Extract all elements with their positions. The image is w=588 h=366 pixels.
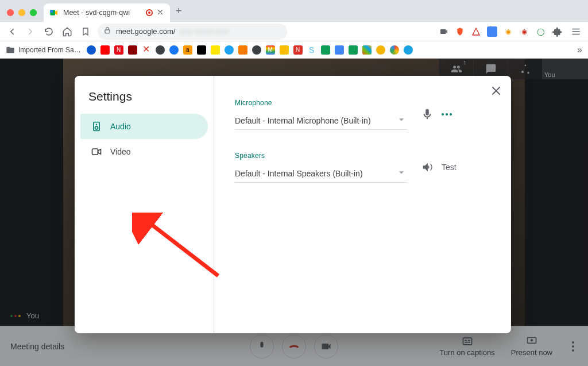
browser-menu-button[interactable] — [570, 25, 582, 38]
red-circle-ext-icon[interactable]: ◉ — [519, 26, 529, 37]
triangle-ext-icon[interactable] — [471, 26, 481, 37]
bookmark-icon[interactable]: M — [266, 45, 275, 55]
bookmark-icon[interactable]: N — [293, 45, 303, 55]
settings-nav-audio[interactable]: Audio — [80, 114, 208, 139]
bookmarks-folder[interactable]: Imported From Sa… — [6, 45, 81, 55]
bookmark-icon[interactable] — [404, 45, 413, 55]
svg-rect-1 — [50, 10, 53, 13]
svg-rect-8 — [92, 149, 98, 155]
bookmark-icon[interactable] — [252, 45, 261, 55]
settings-dialog: Settings Audio Video Microphone Default … — [75, 76, 511, 333]
bookmark-icon[interactable] — [238, 45, 247, 55]
bookmark-icon[interactable] — [87, 45, 96, 55]
bookmark-icon[interactable] — [169, 45, 179, 55]
address-url: meet.google.com/ — [116, 27, 175, 36]
speakers-label: Speakers — [235, 152, 407, 160]
svg-point-6 — [95, 126, 98, 129]
bookmarks-overflow-button[interactable]: » — [577, 45, 582, 55]
bookmark-icon[interactable] — [156, 45, 165, 55]
speaker-icon — [91, 121, 102, 132]
speakers-test-button[interactable]: Test — [442, 163, 457, 172]
bookmark-icon[interactable] — [376, 45, 385, 55]
address-url-redacted: xxx-xxxx-xxx — [180, 27, 229, 36]
bookmark-icon[interactable] — [100, 45, 110, 55]
recording-indicator-icon — [147, 10, 152, 15]
bookmark-button[interactable] — [79, 25, 92, 38]
speakers-value: Default - Internal Speakers (Built-in) — [235, 169, 363, 178]
bookmark-icon[interactable] — [225, 45, 234, 55]
browser-tab-active[interactable]: Meet - svd-cqgm-qwi — [44, 3, 170, 22]
maximize-window-button[interactable] — [30, 9, 37, 16]
settings-nav-audio-label: Audio — [110, 122, 131, 131]
speakers-select[interactable]: Default - Internal Speakers (Built-in) — [235, 164, 407, 183]
browser-toolbar: meet.google.com/ xxx-xxxx-xxx ◉ ◉ ◯ — [0, 22, 588, 41]
reload-button[interactable] — [42, 25, 55, 38]
bookmark-icon[interactable] — [390, 45, 399, 55]
microphone-group: Microphone Default - Internal Microphone… — [235, 99, 490, 130]
meet-viewport: 1 You You Meeting details Turn on captio… — [0, 59, 588, 366]
translate-ext-icon[interactable] — [487, 26, 497, 37]
chevron-down-icon — [396, 114, 407, 127]
mic-level-dots-icon — [442, 113, 452, 115]
meet-favicon-icon — [49, 8, 59, 17]
svg-rect-2 — [105, 30, 110, 33]
bookmark-icon[interactable]: a — [183, 45, 192, 55]
window-controls — [6, 9, 40, 22]
speakers-group: Speakers Default - Internal Speakers (Bu… — [235, 152, 490, 183]
bookmark-icon[interactable] — [211, 45, 220, 55]
forward-button[interactable] — [24, 25, 37, 38]
settings-title: Settings — [80, 90, 208, 114]
address-bar[interactable]: meet.google.com/ xxx-xxxx-xxx — [98, 24, 287, 40]
camera-indicator-icon[interactable] — [439, 26, 449, 37]
chevron-down-icon — [396, 167, 407, 180]
orange-ext-icon[interactable]: ◉ — [503, 26, 513, 37]
bookmark-icon[interactable] — [280, 45, 289, 55]
settings-nav-video[interactable]: Video — [80, 139, 208, 164]
settings-nav-video-label: Video — [110, 147, 131, 156]
speakers-test-group: Test — [421, 161, 457, 174]
bookmark-icon[interactable]: N — [114, 45, 123, 55]
back-button[interactable] — [6, 25, 18, 38]
tab-close-button[interactable] — [156, 8, 164, 18]
minimize-window-button[interactable] — [18, 9, 25, 16]
bookmark-icon[interactable] — [128, 45, 137, 55]
mic-icon — [421, 108, 434, 121]
bookmarks-folder-label: Imported From Sa… — [18, 46, 81, 54]
video-icon — [91, 146, 102, 157]
lock-icon — [103, 26, 111, 36]
microphone-indicator — [421, 108, 452, 121]
bookmark-icon[interactable]: S — [307, 45, 316, 55]
microphone-select[interactable]: Default - Internal Microphone (Built-in) — [235, 111, 407, 130]
microphone-label: Microphone — [235, 99, 407, 107]
bookmarks-bar: Imported From Sa… N ✕ a M N S » — [0, 41, 588, 59]
microphone-value: Default - Internal Microphone (Built-in) — [235, 116, 371, 125]
settings-sidebar: Settings Audio Video — [75, 76, 214, 333]
new-tab-button[interactable]: + — [173, 5, 184, 22]
volume-icon — [421, 161, 434, 174]
bookmark-icon[interactable] — [349, 45, 358, 55]
close-window-button[interactable] — [7, 9, 14, 16]
green-circle-ext-icon[interactable]: ◯ — [535, 26, 546, 37]
tab-strip: Meet - svd-cqgm-qwi + — [0, 0, 588, 22]
extensions-menu-button[interactable] — [551, 25, 564, 38]
bookmark-icon[interactable] — [362, 45, 372, 55]
tab-title: Meet - svd-cqgm-qwi — [63, 9, 142, 17]
bookmark-icon[interactable]: ✕ — [142, 45, 151, 55]
home-button[interactable] — [61, 25, 74, 38]
bookmark-icon[interactable] — [321, 45, 330, 55]
brave-shield-icon[interactable] — [455, 26, 465, 37]
bookmark-icons-row: N ✕ a M N S — [87, 45, 571, 55]
extensions-row: ◉ ◉ ◯ — [439, 25, 582, 38]
bookmark-icon[interactable] — [335, 45, 344, 55]
svg-point-7 — [96, 124, 98, 125]
bookmark-icon[interactable] — [197, 45, 206, 55]
settings-panel-audio: Microphone Default - Internal Microphone… — [214, 76, 511, 333]
